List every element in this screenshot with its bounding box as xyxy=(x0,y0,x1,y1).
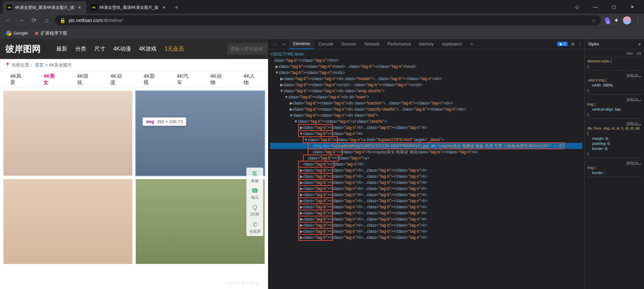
error-badge[interactable]: ◉ 1 xyxy=(557,42,568,46)
side-widget-item[interactable]: 客客服 xyxy=(247,168,263,185)
dom-node[interactable]: <img src="/uploads/allimg/210831/102129-… xyxy=(270,143,582,149)
dom-node[interactable]: ▶class="tag-b"><class="tag-n">li>…class=… xyxy=(270,173,582,179)
nav-item[interactable]: 最新 xyxy=(56,45,67,53)
nav-item[interactable]: 4K动漫 xyxy=(113,45,131,53)
minimize-icon[interactable]: — xyxy=(588,1,603,12)
category-item[interactable]: 4K动漫 xyxy=(110,73,125,86)
devtools-tab[interactable]: Application xyxy=(438,39,466,49)
category-item[interactable]: 4K汽车 xyxy=(177,73,191,86)
pin-icon: 📍 xyxy=(5,62,10,68)
dom-node[interactable]: ▶class="tag-b"><class="tag-n">li>…class=… xyxy=(270,179,582,186)
thumbnail-image[interactable] xyxy=(3,91,132,176)
browser-tab-1[interactable]: 4K 4K美女壁纸_高清4K美女图片_彼 × xyxy=(3,1,87,14)
browser-tab-2[interactable]: 4K 4K美女壁纸_高清4K美女图片_彼 × xyxy=(87,1,171,14)
dom-node[interactable]: ▼class="tag-b"><class="tag-n">div id="ma… xyxy=(270,94,582,100)
dom-node[interactable]: ▼class="tag-b"><class="tag-n">li> xyxy=(270,131,582,137)
dom-node[interactable]: ▶class="tag-b"><class="tag-n">li>…class=… xyxy=(270,186,582,192)
category-item[interactable]: 4K动物 xyxy=(210,73,225,86)
star-icon[interactable]: ☆ xyxy=(592,18,596,23)
category-item[interactable]: 4K人物 xyxy=(244,73,258,86)
side-widget-item[interactable]: ☎电话 xyxy=(247,185,263,202)
site-logo[interactable]: 彼岸图网 xyxy=(0,43,46,55)
dom-node[interactable]: ▶class="tag-b"><class="tag-n">li>…class=… xyxy=(270,216,582,222)
nav-item[interactable]: 尺寸 xyxy=(94,45,105,53)
thumbnail-image[interactable] xyxy=(3,179,132,264)
thumbnail-image[interactable] xyxy=(136,179,265,264)
kebab-icon[interactable]: ⋮ xyxy=(578,42,582,46)
dom-node[interactable]: ▶class="tag-b"><class="tag-n">li>…class=… xyxy=(270,210,582,216)
breadcrumb-home[interactable]: 首页 xyxy=(35,62,44,68)
extension-icon[interactable]: 2 xyxy=(604,17,610,24)
devtools-tab[interactable]: Memory xyxy=(415,39,438,49)
profile-avatar[interactable] xyxy=(623,16,631,24)
dom-node[interactable]: ▶class="tag-b"><class="tag-n">script>…cl… xyxy=(270,82,582,88)
dom-node[interactable]: ▶class="tag-b"><class="tag-n">head>…clas… xyxy=(270,63,582,70)
dom-node[interactable]: ▼class="tag-b"><class="tag-n">body> xyxy=(270,70,582,76)
side-widget: 客客服☎电话QQQ群✆全面屏 xyxy=(246,168,263,236)
devtools-tab[interactable]: Elements xyxy=(289,39,314,49)
elements-panel[interactable]: <!DOCTYPE html> class="tag-b"><class="ta… xyxy=(268,49,584,289)
bookmarks-bar: Google ▣ 扩展程序下载 xyxy=(0,27,644,39)
thumbnail-grid xyxy=(0,88,268,267)
dom-node[interactable]: ▼class="tag-b"><class="tag-n">ul class="… xyxy=(270,118,582,124)
dom-node[interactable]: class="tag-b"><class="tag-n">b>cosplay美女… xyxy=(270,149,582,155)
dom-node[interactable]: ▼class="tag-b"><class="tag-n">a href="/t… xyxy=(270,137,582,143)
bookmark-extensions[interactable]: ▣ 扩展程序下载 xyxy=(35,30,67,36)
window-controls: ◇ — ▢ ✕ xyxy=(569,1,644,12)
devtools-tab[interactable]: Performance xyxy=(383,39,415,49)
dom-node[interactable]: ▼class="tag-b"><class="tag-n">div class=… xyxy=(270,88,582,94)
dom-node[interactable]: ▶class="tag-b"><class="tag-n">li>…class=… xyxy=(270,167,582,173)
reload-button[interactable]: ⟳ xyxy=(29,16,39,25)
devtools-tab[interactable]: Network xyxy=(360,39,383,49)
dom-node[interactable]: ▶class="tag-b"><class="tag-n">div class=… xyxy=(270,106,582,112)
back-button[interactable]: ← xyxy=(3,16,13,25)
side-widget-item[interactable]: QQQ群 xyxy=(247,202,263,219)
devtools-tab[interactable]: Sources xyxy=(337,39,360,49)
category-item[interactable]: 4K影视 xyxy=(144,73,158,86)
account-icon[interactable]: ◇ xyxy=(569,1,585,12)
lock-icon: 🔒 xyxy=(60,18,65,23)
dom-node[interactable]: ▶class="tag-b"><class="tag-n">li>…class=… xyxy=(270,222,582,228)
dom-node[interactable]: ▶class="tag-b"><class="tag-n">li>…class=… xyxy=(270,192,582,198)
dom-node[interactable]: ▶class="tag-b"><class="tag-n">li>…class=… xyxy=(270,198,582,204)
dom-node[interactable]: ▶class="tag-b"><class="tag-n">div class=… xyxy=(270,76,582,82)
hov-toggle[interactable]: :hov xyxy=(626,51,633,55)
menu-icon[interactable]: ⋮ xyxy=(635,17,641,24)
puzzle-icon[interactable]: ✦ xyxy=(614,17,619,24)
dom-node[interactable]: ▶class="tag-b"><class="tag-n">li>…class=… xyxy=(270,228,582,234)
category-item[interactable]: 4K美女 xyxy=(43,73,58,86)
thumbnail-image-inspected[interactable] xyxy=(136,91,265,176)
dom-node[interactable]: class="tag-b"><class="tag-n">html> xyxy=(270,57,582,63)
nav-item[interactable]: 4K游戏 xyxy=(139,45,157,53)
devtools-more[interactable]: » xyxy=(467,39,477,49)
gear-icon[interactable]: ⚙ xyxy=(571,42,575,46)
side-widget-item[interactable]: ✆全面屏 xyxy=(247,219,263,236)
home-button[interactable]: ⌂ xyxy=(42,16,52,25)
devtools-tab[interactable]: Console xyxy=(314,39,337,49)
nav-item[interactable]: 分类 xyxy=(75,45,86,53)
chevron-right-icon[interactable]: » xyxy=(638,42,641,46)
dom-node[interactable]: class="tag-b"></class="tag-n">a> xyxy=(270,155,582,161)
dom-node[interactable]: ▶class="tag-b"><class="tag-n">div class=… xyxy=(270,100,582,106)
new-tab-button[interactable]: + xyxy=(171,1,182,14)
close-icon[interactable]: × xyxy=(77,5,82,10)
forward-button[interactable]: → xyxy=(16,16,26,25)
dom-node[interactable]: ▶class="tag-b"><class="tag-n">li>…class=… xyxy=(270,204,582,210)
category-item[interactable]: 4K风景 xyxy=(10,73,24,86)
cls-toggle[interactable]: .cls xyxy=(636,51,642,55)
close-window-icon[interactable]: ✕ xyxy=(624,1,640,12)
category-item[interactable]: 4K游戏 xyxy=(77,73,91,86)
inspect-element-icon[interactable]: ⬚ xyxy=(270,42,279,46)
device-toggle-icon[interactable]: ▭ xyxy=(280,42,288,46)
dom-node[interactable]: ▶class="tag-b"><class="tag-n">li>…class=… xyxy=(270,124,582,131)
search-input[interactable] xyxy=(227,43,268,55)
bookmark-google[interactable]: Google xyxy=(6,31,28,36)
nav-item[interactable]: 1元会员 xyxy=(165,45,184,53)
styles-rules[interactable]: element.style {}style.cs….slist li img {… xyxy=(585,57,644,289)
address-bar[interactable]: 🔒 pic.netbian.com/4kmeinv/ ☆ xyxy=(55,15,601,25)
dom-node[interactable]: ▶class="tag-b"><class="tag-n">li>…class=… xyxy=(270,234,582,240)
close-icon[interactable]: × xyxy=(161,5,167,10)
dom-node[interactable]: class="tag-b"></class="tag-n">li> xyxy=(270,161,582,167)
dom-node[interactable]: ▼class="tag-b"><class="tag-n">div class=… xyxy=(270,112,582,118)
maximize-icon[interactable]: ▢ xyxy=(606,1,622,12)
